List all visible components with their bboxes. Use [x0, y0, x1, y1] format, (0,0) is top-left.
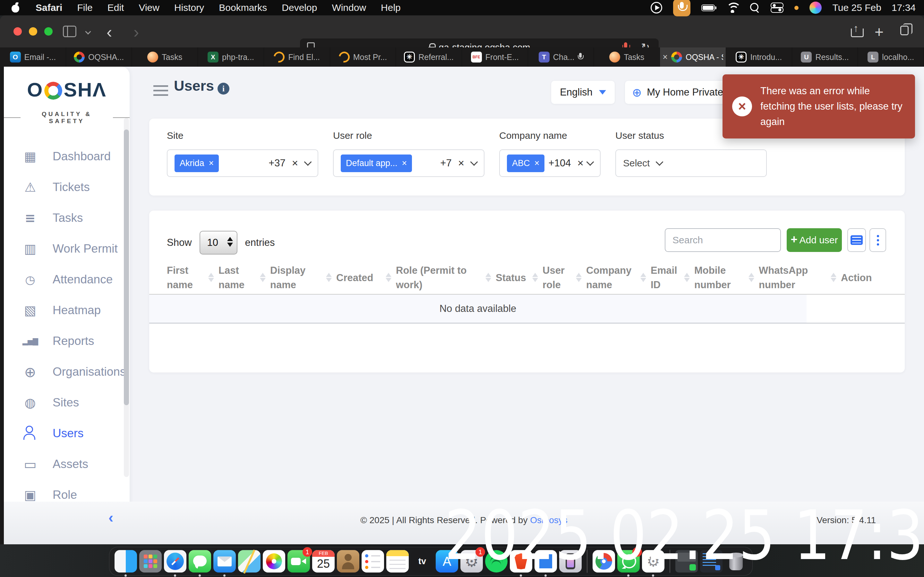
- dock-app-icon[interactable]: [189, 550, 211, 572]
- language-select[interactable]: English: [551, 81, 615, 104]
- dock-app-icon[interactable]: [115, 550, 137, 572]
- sidebar-item[interactable]: Organisations: [4, 356, 129, 387]
- menubar-item[interactable]: View: [131, 2, 166, 13]
- table-column-header[interactable]: First name: [167, 263, 213, 292]
- browser-tab[interactable]: Introdu...: [726, 47, 792, 67]
- browser-tab[interactable]: Referral...: [396, 47, 462, 67]
- page-size-select[interactable]: 10: [200, 231, 237, 255]
- sidebar-toggle-icon[interactable]: [63, 26, 76, 37]
- status-icon[interactable]: [651, 2, 662, 13]
- filter-chip[interactable]: Default app...: [341, 155, 412, 172]
- sort-arrows-icon[interactable]: [640, 273, 646, 282]
- dock-app-icon[interactable]: [263, 550, 285, 572]
- info-icon[interactable]: i: [218, 83, 229, 95]
- table-column-header[interactable]: Status: [496, 271, 537, 285]
- browser-tab[interactable]: php-tra...: [198, 47, 264, 67]
- status-icon[interactable]: [771, 2, 783, 13]
- sidebar-item[interactable]: Work Permit: [4, 234, 129, 264]
- sort-arrows-icon[interactable]: [386, 273, 391, 282]
- chevron-down-icon[interactable]: [470, 158, 478, 166]
- menu-toggle-icon[interactable]: [153, 85, 168, 96]
- close-tab-icon[interactable]: ×: [662, 52, 668, 62]
- filter-clear-icon[interactable]: ×: [577, 157, 583, 169]
- zoom-window-button[interactable]: [44, 27, 53, 35]
- filter-more-count[interactable]: +104: [549, 157, 571, 169]
- sidebar-scrollbar-thumb[interactable]: [124, 129, 129, 405]
- dock-app-icon[interactable]: FEB 25: [312, 550, 334, 572]
- sidebar-item[interactable]: Assets: [4, 449, 129, 480]
- new-tab-button[interactable]: +: [875, 23, 884, 41]
- error-toast[interactable]: × There was an error while fetching the …: [722, 74, 915, 139]
- sidebar-item[interactable]: Tasks: [4, 203, 129, 234]
- menubar-clock[interactable]: Tue 25 Feb 17:34: [833, 2, 916, 13]
- filter-chip[interactable]: Akrida: [174, 155, 219, 172]
- table-more-button[interactable]: [869, 228, 886, 252]
- stepper-arrows-icon[interactable]: [227, 237, 233, 247]
- table-column-header[interactable]: Created: [336, 271, 391, 285]
- browser-tab[interactable]: Most Pr...: [330, 47, 396, 67]
- close-window-button[interactable]: [13, 27, 22, 35]
- forward-button[interactable]: ›: [134, 23, 139, 42]
- menubar-item[interactable]: Safari: [28, 2, 69, 13]
- organisation-pill[interactable]: My Home Private L: [625, 81, 737, 104]
- table-column-header[interactable]: Role (Permit to work): [396, 263, 491, 292]
- table-column-header[interactable]: Company name: [586, 263, 646, 292]
- menubar-item[interactable]: History: [167, 2, 212, 13]
- filter-chip[interactable]: ABC: [507, 155, 544, 172]
- sidebar-item[interactable]: Sites: [4, 387, 129, 418]
- filter-more-count[interactable]: +37: [268, 157, 286, 169]
- status-icon[interactable]: [795, 6, 798, 10]
- share-icon[interactable]: [851, 24, 862, 37]
- filter-clear-icon[interactable]: ×: [458, 157, 464, 169]
- browser-tab[interactable]: Find El...: [264, 47, 330, 67]
- table-column-header[interactable]: User role: [543, 263, 581, 292]
- sort-arrows-icon[interactable]: [576, 273, 582, 282]
- table-column-header[interactable]: Last name: [218, 263, 265, 292]
- chevron-down-icon[interactable]: [656, 158, 664, 166]
- browser-tab[interactable]: Cha...: [528, 47, 594, 67]
- filter-clear-icon[interactable]: ×: [292, 157, 298, 169]
- dock-app-icon[interactable]: 1: [288, 550, 310, 572]
- sort-arrows-icon[interactable]: [748, 273, 754, 282]
- sort-arrows-icon[interactable]: [485, 273, 491, 282]
- table-column-header[interactable]: Display name: [270, 263, 331, 292]
- status-icon[interactable]: [726, 3, 739, 13]
- menubar-item[interactable]: Help: [373, 2, 408, 13]
- browser-tab[interactable]: Results...: [792, 47, 858, 67]
- sort-arrows-icon[interactable]: [260, 273, 266, 282]
- table-column-header[interactable]: Action: [841, 271, 881, 285]
- filter-multiselect[interactable]: Default app... +7 ×: [333, 149, 485, 177]
- browser-tab[interactable]: Tasks: [594, 47, 660, 67]
- apple-icon[interactable]: [11, 3, 20, 13]
- back-button[interactable]: ‹: [107, 23, 112, 42]
- table-column-header[interactable]: WhatsApp number: [759, 263, 836, 292]
- status-icon[interactable]: [701, 5, 715, 11]
- chevron-down-icon[interactable]: [304, 158, 312, 166]
- sidebar-item[interactable]: Dashboard: [4, 141, 129, 172]
- browser-tab[interactable]: localho...: [858, 47, 924, 67]
- sort-arrows-icon[interactable]: [532, 273, 538, 282]
- add-user-button[interactable]: + Add user: [787, 228, 842, 252]
- browser-tab[interactable]: Email -...: [0, 47, 66, 67]
- search-input[interactable]: [665, 228, 781, 252]
- dock-app-icon[interactable]: [139, 550, 162, 572]
- filter-more-count[interactable]: +7: [440, 157, 451, 169]
- filter-multiselect[interactable]: ABC +104 ×: [499, 149, 601, 177]
- filter-multiselect[interactable]: Akrida +37 ×: [167, 149, 318, 177]
- menubar-item[interactable]: Bookmarks: [212, 2, 274, 13]
- dock-app-icon[interactable]: [362, 550, 384, 572]
- sort-arrows-icon[interactable]: [830, 273, 837, 282]
- table-column-header[interactable]: Email ID: [651, 263, 689, 292]
- dock-app-icon[interactable]: [386, 550, 409, 572]
- sort-arrows-icon[interactable]: [684, 273, 690, 282]
- status-icon[interactable]: [809, 2, 822, 14]
- dock-app-icon[interactable]: [213, 550, 236, 572]
- status-icon[interactable]: [750, 3, 760, 13]
- column-view-button[interactable]: [847, 228, 866, 252]
- menubar-item[interactable]: File: [69, 2, 100, 13]
- browser-tab[interactable]: Tasks: [132, 47, 198, 67]
- status-icon[interactable]: [673, 0, 690, 16]
- sidebar-item[interactable]: Reports: [4, 326, 129, 356]
- browser-tab[interactable]: OQSHA...: [66, 47, 132, 67]
- menubar-item[interactable]: Develop: [274, 2, 325, 13]
